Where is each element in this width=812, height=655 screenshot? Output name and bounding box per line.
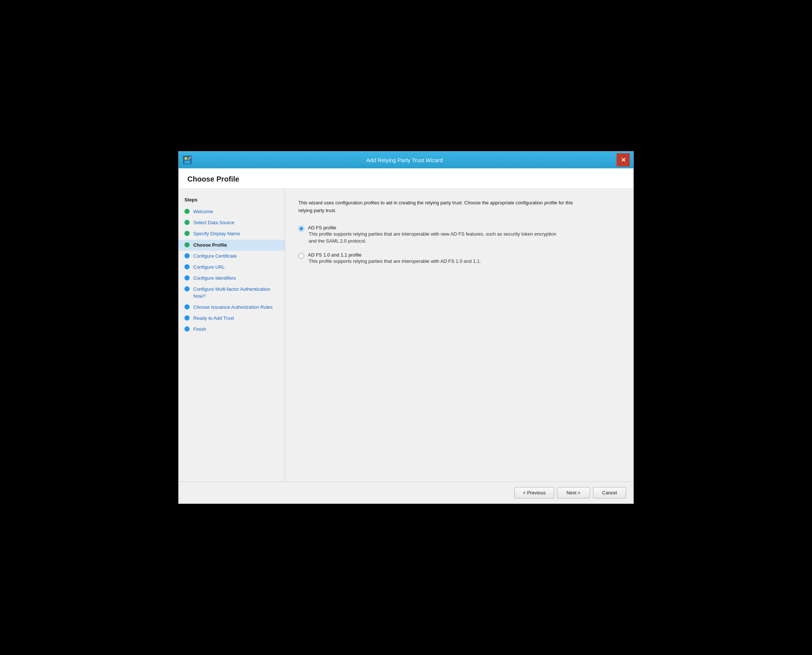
window-body: Choose Profile Steps Welcome Select Data… (178, 168, 634, 504)
radio-adfs-title[interactable]: AD FS profile (308, 225, 336, 231)
step-label-configure-multifactor: Configure Multi-factor Authentication No… (193, 286, 279, 299)
sidebar-item-welcome[interactable]: Welcome (178, 206, 285, 217)
sidebar-item-specify-display-name[interactable]: Specify Display Name (178, 228, 285, 239)
step-dot-finish (184, 326, 190, 332)
step-label-welcome: Welcome (193, 208, 213, 215)
radio-option-adfs: AD FS profile This profile supports rely… (298, 225, 620, 245)
step-label-configure-certificate: Configure Certificate (193, 253, 237, 260)
radio-adfs-legacy-title[interactable]: AD FS 1.0 and 1.1 profile (308, 252, 362, 258)
radio-adfs-content: AD FS profile This profile supports rely… (308, 225, 558, 245)
sidebar-item-finish[interactable]: Finish (178, 324, 285, 335)
previous-button[interactable]: < Previous (514, 487, 554, 498)
step-label-select-data-source: Select Data Source (193, 220, 235, 226)
step-dot-ready-to-add-trust (184, 315, 190, 320)
step-label-configure-url: Configure URL (193, 264, 225, 271)
svg-rect-2 (184, 161, 190, 164)
title-bar: Add Relying Party Trust Wizard ✕ (178, 151, 634, 168)
sidebar-item-choose-profile[interactable]: Choose Profile (178, 240, 285, 251)
window-title: Add Relying Party Trust Wizard (192, 157, 617, 163)
sidebar-item-configure-url[interactable]: Configure URL (178, 262, 285, 273)
page-title: Choose Profile (187, 175, 625, 183)
main-area: Steps Welcome Select Data Source Specify… (178, 189, 634, 481)
sidebar-item-ready-to-add-trust[interactable]: Ready to Add Trust (178, 313, 285, 324)
description-text: This wizard uses configuration profiles … (298, 199, 577, 215)
sidebar-item-select-data-source[interactable]: Select Data Source (178, 217, 285, 228)
radio-option-adfs-legacy: AD FS 1.0 and 1.1 profile This profile s… (298, 252, 620, 265)
radio-adfs-desc: This profile supports relying parties th… (308, 231, 558, 245)
content-area: This wizard uses configuration profiles … (285, 189, 634, 481)
step-label-configure-identifiers: Configure Identifiers (193, 275, 236, 281)
cancel-button[interactable]: Cancel (593, 487, 626, 498)
footer: < Previous Next > Cancel (178, 481, 634, 504)
step-dot-choose-profile (184, 242, 190, 248)
step-label-choose-profile: Choose Profile (193, 242, 227, 249)
step-dot-specify-display-name (184, 231, 190, 236)
sidebar-item-configure-multifactor[interactable]: Configure Multi-factor Authentication No… (178, 284, 285, 301)
step-dot-configure-identifiers (184, 275, 190, 280)
radio-adfs-legacy-content: AD FS 1.0 and 1.1 profile This profile s… (308, 252, 481, 265)
page-title-bar: Choose Profile (178, 168, 634, 189)
close-button[interactable]: ✕ (617, 153, 630, 166)
step-label-ready-to-add-trust: Ready to Add Trust (193, 315, 234, 321)
step-dot-configure-multifactor (184, 286, 190, 292)
radio-adfs-legacy-profile[interactable] (298, 253, 304, 259)
svg-point-1 (184, 157, 187, 160)
sidebar: Steps Welcome Select Data Source Specify… (178, 189, 285, 481)
wizard-window: Add Relying Party Trust Wizard ✕ Choose … (178, 151, 634, 504)
step-dot-choose-issuance (184, 304, 190, 309)
radio-adfs-legacy-desc: This profile supports relying parties th… (308, 258, 481, 265)
step-dot-configure-certificate (184, 253, 190, 258)
step-dot-welcome (184, 209, 190, 214)
sidebar-item-choose-issuance[interactable]: Choose Issuance Authorization Rules (178, 302, 285, 313)
sidebar-item-configure-certificate[interactable]: Configure Certificate (178, 251, 285, 262)
step-label-finish: Finish (193, 326, 206, 333)
step-label-specify-display-name: Specify Display Name (193, 231, 240, 237)
radio-adfs-profile[interactable] (298, 226, 304, 232)
sidebar-item-configure-identifiers[interactable]: Configure Identifiers (178, 273, 285, 284)
step-dot-select-data-source (184, 220, 190, 225)
step-dot-configure-url (184, 264, 190, 269)
steps-label: Steps (178, 195, 285, 206)
next-button[interactable]: Next > (557, 487, 590, 498)
app-icon (182, 155, 192, 165)
step-label-choose-issuance: Choose Issuance Authorization Rules (193, 304, 273, 311)
